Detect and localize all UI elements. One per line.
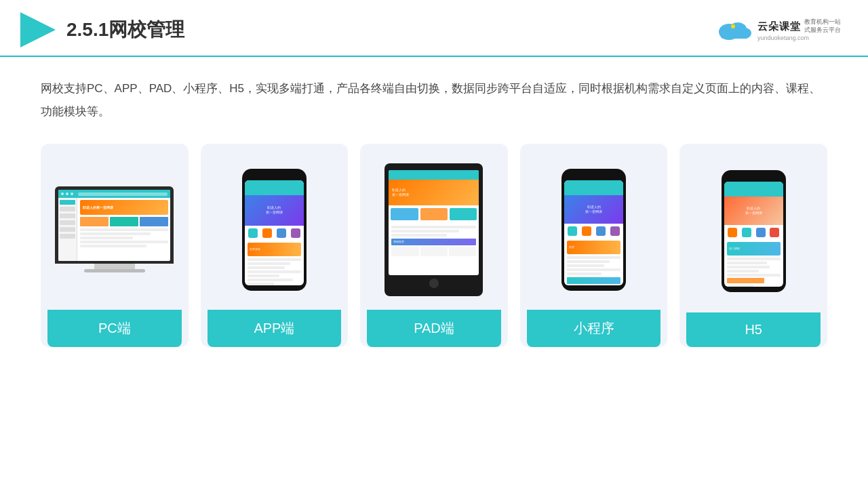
pc-mockup: 职进人的第一堂网课 bbox=[55, 186, 174, 272]
pad-tablet-mockup: 职进人的第一堂网课 bbox=[384, 163, 483, 296]
device-card-pad: 职进人的第一堂网课 bbox=[360, 144, 508, 347]
device-card-app: 职进人的第一堂网课 推荐课程 bbox=[201, 144, 349, 347]
devices-row: 职进人的第一堂网课 bbox=[41, 144, 827, 347]
svg-marker-0 bbox=[20, 12, 56, 47]
h5-image-area: 职进人的第一堂网课 热门课程 bbox=[686, 157, 821, 304]
device-card-miniprogram: 职进人的第一堂网课 推荐 bbox=[520, 144, 668, 347]
logo-tagline: 教育机构一站式服务云平台 bbox=[804, 18, 841, 34]
pc-label: PC端 bbox=[47, 310, 182, 347]
header-left: 2.5.1网校管理 bbox=[20, 12, 184, 47]
h5-phone-mockup: 职进人的第一堂网课 热门课程 bbox=[722, 170, 786, 292]
miniprogram-image-area: 职进人的第一堂网课 推荐 bbox=[527, 157, 661, 302]
logo-brand-name: 云朵课堂 bbox=[757, 20, 801, 33]
description-text: 网校支持PC、APP、PAD、小程序、H5，实现多端打通，产品各终端自由切换，数… bbox=[41, 77, 827, 123]
miniprogram-label: 小程序 bbox=[527, 310, 661, 347]
app-label: APP端 bbox=[208, 310, 342, 347]
logo-url: yunduoketang.com bbox=[757, 35, 841, 41]
play-icon bbox=[20, 12, 56, 47]
header: 2.5.1网校管理 云朵课堂 教育机构一站式服务云平台 yunduoketang… bbox=[0, 0, 868, 57]
pad-label: PAD端 bbox=[367, 310, 501, 347]
pad-image-area: 职进人的第一堂网课 bbox=[367, 157, 501, 302]
app-phone-mockup: 职进人的第一堂网课 推荐课程 bbox=[242, 169, 307, 291]
page-title: 2.5.1网校管理 bbox=[66, 17, 184, 43]
svg-rect-4 bbox=[721, 32, 748, 39]
pc-image-area: 职进人的第一堂网课 bbox=[47, 157, 182, 302]
app-image-area: 职进人的第一堂网课 推荐课程 bbox=[208, 157, 342, 302]
miniprogram-phone-mockup: 职进人的第一堂网课 推荐 bbox=[561, 169, 626, 291]
device-card-pc: 职进人的第一堂网课 bbox=[41, 144, 189, 347]
logo-area: 云朵课堂 教育机构一站式服务云平台 yunduoketang.com bbox=[714, 17, 841, 43]
h5-label: H5 bbox=[686, 312, 821, 347]
cloud-logo-icon bbox=[714, 17, 755, 43]
device-card-h5: 职进人的第一堂网课 热门课程 bbox=[679, 144, 827, 347]
main-content: 网校支持PC、APP、PAD、小程序、H5，实现多端打通，产品各终端自由切换，数… bbox=[0, 57, 868, 361]
